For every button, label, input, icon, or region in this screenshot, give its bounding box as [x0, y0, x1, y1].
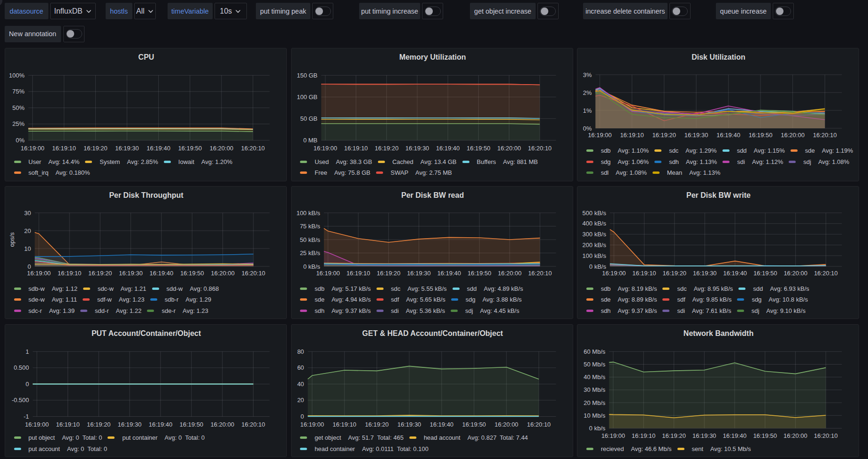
- svg-text:25 kB/s: 25 kB/s: [300, 249, 320, 257]
- svg-text:75 kB/s: 75 kB/s: [300, 223, 320, 230]
- svg-text:0.500: 0.500: [14, 364, 29, 371]
- svg-text:PUT Account/Container/Object: PUT Account/Container/Object: [92, 329, 201, 337]
- svg-text:16:19:00: 16:19:00: [300, 420, 324, 428]
- svg-text:16:20:10: 16:20:10: [528, 270, 552, 277]
- svg-text:16:19:20: 16:19:20: [365, 420, 389, 428]
- svg-text:300 kB/s: 300 kB/s: [583, 231, 607, 238]
- svg-text:16:19:00: 16:19:00: [588, 132, 612, 139]
- svg-text:16:19:40: 16:19:40: [723, 432, 747, 439]
- svg-text:40 Mb/s: 40 Mb/s: [584, 373, 606, 381]
- svg-text:0: 0: [300, 413, 304, 420]
- svg-text:0: 0: [26, 380, 29, 387]
- svg-text:3%: 3%: [583, 71, 592, 78]
- svg-text:Network Bandwidth: Network Bandwidth: [684, 329, 753, 337]
- svg-text:16:19:50: 16:19:50: [468, 270, 492, 277]
- svg-text:-0.500: -0.500: [12, 397, 29, 404]
- svg-text:16:19:40: 16:19:40: [149, 420, 173, 428]
- svg-text:16:19:50: 16:19:50: [753, 432, 777, 439]
- svg-text:80: 80: [297, 348, 304, 355]
- svg-text:16:19:00: 16:19:00: [313, 145, 337, 152]
- svg-text:60: 60: [297, 364, 304, 371]
- svg-text:Disk Utilization: Disk Utilization: [692, 53, 746, 61]
- svg-text:16:19:10: 16:19:10: [58, 270, 82, 277]
- svg-text:16:19:10: 16:19:10: [52, 145, 76, 152]
- svg-text:ops/s: ops/s: [8, 232, 15, 247]
- svg-text:16:19:30: 16:19:30: [693, 270, 717, 277]
- svg-text:16:19:40: 16:19:40: [723, 270, 747, 277]
- svg-text:50 Mb/s: 50 Mb/s: [584, 361, 606, 368]
- svg-text:16:20:00: 16:20:00: [784, 270, 808, 277]
- svg-text:16:19:10: 16:19:10: [332, 420, 356, 428]
- svg-text:16:20:10: 16:20:10: [241, 420, 265, 428]
- svg-text:16:20:00: 16:20:00: [211, 270, 235, 277]
- svg-text:16:19:00: 16:19:00: [601, 432, 625, 439]
- svg-text:16:19:10: 16:19:10: [346, 270, 370, 277]
- svg-text:10 Mb/s: 10 Mb/s: [584, 412, 606, 419]
- svg-text:16:19:00: 16:19:00: [316, 270, 340, 277]
- svg-text:16:19:20: 16:19:20: [376, 270, 400, 277]
- svg-text:50 GB: 50 GB: [300, 115, 317, 122]
- svg-text:16:19:40: 16:19:40: [437, 270, 461, 277]
- svg-text:16:19:20: 16:19:20: [87, 420, 111, 428]
- svg-text:16:19:30: 16:19:30: [397, 420, 421, 428]
- svg-text:16:19:50: 16:19:50: [178, 145, 202, 152]
- svg-text:16:20:00: 16:20:00: [498, 270, 522, 277]
- svg-text:16:19:30: 16:19:30: [407, 270, 431, 277]
- svg-text:1: 1: [26, 348, 29, 355]
- svg-text:16:20:00: 16:20:00: [494, 420, 518, 428]
- svg-text:0%: 0%: [16, 137, 25, 144]
- svg-text:Per Disk BW write: Per Disk BW write: [686, 191, 751, 199]
- svg-text:1%: 1%: [583, 107, 592, 114]
- svg-text:0: 0: [28, 263, 31, 270]
- svg-text:16:20:00: 16:20:00: [497, 145, 521, 152]
- svg-text:16:20:10: 16:20:10: [528, 145, 552, 152]
- svg-text:16:19:20: 16:19:20: [84, 145, 108, 152]
- svg-text:16:19:10: 16:19:10: [56, 420, 80, 428]
- svg-text:16:19:00: 16:19:00: [27, 270, 51, 277]
- svg-text:GET & HEAD Account/Container/O: GET & HEAD Account/Container/Object: [362, 329, 503, 337]
- svg-text:-1: -1: [23, 413, 29, 420]
- svg-text:16:19:10: 16:19:10: [632, 432, 656, 439]
- svg-text:16:20:10: 16:20:10: [527, 420, 551, 428]
- svg-text:CPU: CPU: [138, 53, 154, 61]
- svg-text:16:19:20: 16:19:20: [662, 432, 686, 439]
- svg-text:Per Disk Throughput: Per Disk Throughput: [109, 191, 184, 199]
- svg-text:0 kB/s: 0 kB/s: [589, 263, 607, 270]
- svg-text:16:20:10: 16:20:10: [814, 270, 838, 277]
- svg-text:16:19:00: 16:19:00: [21, 145, 45, 152]
- svg-text:100%: 100%: [9, 72, 25, 79]
- svg-text:16:19:10: 16:19:10: [620, 132, 644, 139]
- svg-text:16:19:30: 16:19:30: [692, 432, 716, 439]
- svg-text:16:19:40: 16:19:40: [146, 145, 170, 152]
- svg-text:100 GB: 100 GB: [297, 93, 317, 101]
- svg-text:20 Mb/s: 20 Mb/s: [584, 399, 606, 406]
- svg-text:75%: 75%: [12, 88, 24, 95]
- svg-text:16:19:40: 16:19:40: [150, 270, 174, 277]
- svg-text:16:19:50: 16:19:50: [179, 420, 203, 428]
- svg-text:16:19:20: 16:19:20: [88, 270, 112, 277]
- svg-text:30 Mb/s: 30 Mb/s: [584, 386, 606, 393]
- svg-text:16:19:30: 16:19:30: [118, 420, 142, 428]
- svg-text:10: 10: [24, 245, 31, 252]
- svg-text:16:19:50: 16:19:50: [749, 132, 773, 139]
- svg-text:0 kB/s: 0 kB/s: [303, 263, 321, 270]
- svg-text:2%: 2%: [583, 89, 592, 96]
- svg-text:150 GB: 150 GB: [297, 72, 317, 79]
- svg-text:16:20:00: 16:20:00: [210, 420, 234, 428]
- svg-text:16:19:20: 16:19:20: [653, 132, 676, 139]
- svg-text:25%: 25%: [12, 120, 24, 127]
- svg-text:0%: 0%: [583, 125, 592, 132]
- svg-text:50 kB/s: 50 kB/s: [300, 236, 320, 243]
- svg-text:16:20:10: 16:20:10: [814, 432, 838, 439]
- svg-text:16:20:00: 16:20:00: [781, 132, 805, 139]
- svg-text:500 kB/s: 500 kB/s: [583, 209, 607, 216]
- svg-text:16:19:00: 16:19:00: [25, 420, 49, 428]
- svg-text:400 kB/s: 400 kB/s: [583, 220, 607, 227]
- svg-text:60 Mb/s: 60 Mb/s: [584, 348, 606, 355]
- svg-text:16:19:20: 16:19:20: [375, 145, 399, 152]
- svg-text:16:20:10: 16:20:10: [241, 270, 265, 277]
- svg-text:16:19:30: 16:19:30: [119, 270, 143, 277]
- svg-text:16:19:40: 16:19:40: [430, 420, 453, 428]
- svg-text:0 MB: 0 MB: [303, 137, 317, 144]
- svg-text:100 kB/s: 100 kB/s: [583, 252, 607, 259]
